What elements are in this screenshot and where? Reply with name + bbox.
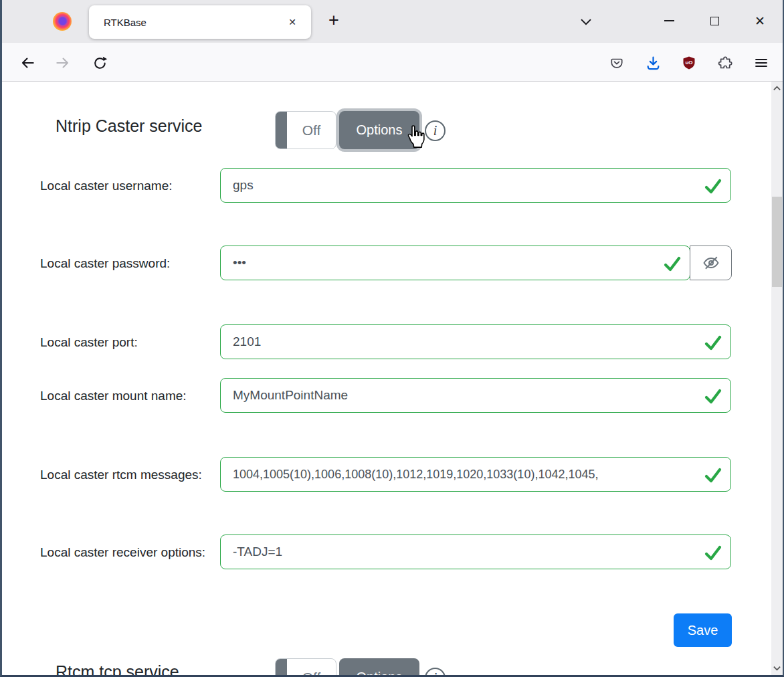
- puzzle-piece-icon: [717, 55, 733, 71]
- svg-text:uO: uO: [685, 60, 692, 66]
- eye-slash-icon: [702, 254, 720, 272]
- window-close-button[interactable]: ✕: [745, 8, 775, 33]
- window-maximize-button[interactable]: [699, 8, 730, 33]
- mount-name-input[interactable]: MyMountPointName: [220, 378, 731, 413]
- menu-button[interactable]: [752, 54, 771, 72]
- back-arrow-icon: [19, 54, 36, 72]
- minimize-icon: [664, 20, 674, 21]
- ntrip-options-button[interactable]: Options: [339, 111, 419, 149]
- rtcm-tcp-info-icon[interactable]: i: [425, 668, 446, 675]
- pocket-icon: [609, 55, 625, 71]
- scrollbar-thumb[interactable]: [772, 197, 782, 287]
- close-icon: ✕: [755, 13, 765, 29]
- pocket-button[interactable]: [607, 54, 626, 72]
- valid-check-icon: [704, 177, 722, 196]
- receiver-options-input[interactable]: -TADJ=1: [220, 535, 731, 569]
- input-value: -TADJ=1: [233, 545, 282, 559]
- password-input[interactable]: •••: [220, 246, 690, 280]
- field-label: Local caster password:: [40, 252, 209, 276]
- vertical-scrollbar[interactable]: [771, 82, 783, 675]
- toggle-handle: [276, 659, 287, 675]
- save-button[interactable]: Save: [674, 613, 732, 647]
- chevron-up-icon: [773, 84, 781, 93]
- chevron-down-icon: [576, 12, 596, 31]
- field-label: Local caster username:: [40, 174, 209, 198]
- rtcm-tcp-options-button[interactable]: Options: [339, 658, 419, 675]
- downloads-button[interactable]: [644, 54, 662, 72]
- section-title-ntrip: Ntrip Caster service: [56, 116, 203, 136]
- toggle-handle: [276, 112, 287, 149]
- maximize-icon: [710, 17, 719, 25]
- rtcm-tcp-onoff-toggle[interactable]: Off: [275, 658, 336, 675]
- download-icon: [645, 55, 662, 72]
- browser-window: RTKBase ✕ + ✕: [0, 0, 784, 677]
- chevron-down-icon: [773, 664, 781, 672]
- firefox-logo-icon: [53, 12, 72, 31]
- tab-close-icon[interactable]: ✕: [283, 14, 302, 30]
- port-input[interactable]: 2101: [220, 324, 731, 359]
- input-value: gps: [233, 178, 254, 193]
- ublock-origin-button[interactable]: uO: [680, 54, 698, 72]
- toggle-password-visibility-button[interactable]: [690, 246, 732, 280]
- tab-list-chevron-button[interactable]: [576, 12, 596, 33]
- valid-check-icon: [704, 466, 722, 485]
- back-button[interactable]: [18, 54, 37, 72]
- input-value: 2101: [233, 334, 261, 349]
- hamburger-menu-icon: [753, 55, 769, 71]
- valid-check-icon: [704, 334, 722, 353]
- extensions-button[interactable]: [716, 54, 734, 72]
- field-label: Local caster mount name:: [40, 384, 209, 408]
- page-content: Ntrip Caster service Off Options i Local…: [2, 82, 783, 675]
- navigation-toolbar: 192.168.178.34/settings ☆ uO: [2, 43, 783, 82]
- field-label: Local caster receiver options:: [40, 541, 209, 565]
- valid-check-icon: [704, 544, 722, 563]
- input-value: MyMountPointName: [233, 388, 348, 403]
- username-input[interactable]: gps: [220, 168, 731, 203]
- reload-icon: [92, 55, 108, 72]
- forward-button[interactable]: [54, 54, 72, 72]
- window-minimize-button[interactable]: [654, 8, 684, 33]
- ntrip-onoff-toggle[interactable]: Off: [275, 111, 336, 149]
- forward-arrow-icon: [54, 54, 72, 72]
- new-tab-button[interactable]: +: [322, 8, 346, 32]
- tab-title: RTKBase: [104, 17, 283, 28]
- input-value: •••: [233, 256, 246, 270]
- valid-check-icon: [704, 387, 722, 406]
- input-value: 1004,1005(10),1006,1008(10),1012,1019,10…: [233, 468, 598, 482]
- scrollbar-down-button[interactable]: [771, 662, 783, 674]
- tab-rtkbase[interactable]: RTKBase ✕: [89, 5, 311, 39]
- toggle-off-label: Off: [287, 659, 336, 675]
- field-label: Local caster rtcm messages:: [40, 463, 209, 487]
- section-title-rtcm-tcp: Rtcm tcp service: [56, 662, 179, 675]
- scrollbar-up-button[interactable]: [771, 83, 783, 94]
- rtcm-messages-input[interactable]: 1004,1005(10),1006,1008(10),1012,1019,10…: [220, 457, 731, 492]
- ntrip-info-icon[interactable]: i: [425, 120, 446, 141]
- tab-bar: RTKBase ✕ + ✕: [2, 0, 783, 43]
- valid-check-icon: [663, 255, 682, 274]
- ublock-shield-icon: uO: [681, 55, 697, 71]
- reload-button[interactable]: [90, 54, 109, 72]
- toggle-off-label: Off: [287, 112, 336, 149]
- field-label: Local caster port:: [40, 330, 209, 355]
